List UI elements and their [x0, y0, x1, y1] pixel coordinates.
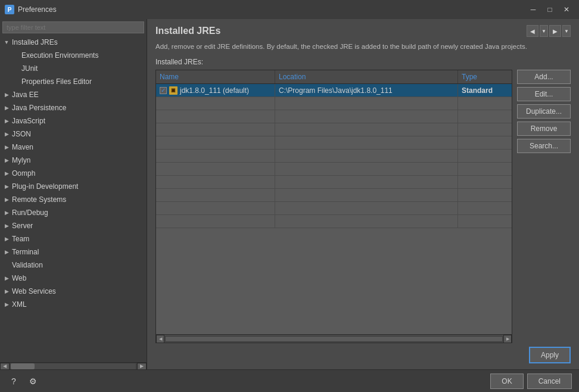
tree-item-label: Java Persistence — [12, 104, 66, 112]
cell-name — [156, 189, 275, 201]
expand-icon — [2, 261, 11, 269]
cancel-button[interactable]: Cancel — [527, 374, 572, 389]
search-button[interactable]: Search... — [517, 139, 571, 153]
table-row — [156, 110, 512, 123]
filter-box — [0, 19, 147, 36]
column-header-name: Name — [156, 70, 275, 83]
tree-item-label: Plug-in Development — [12, 182, 78, 191]
tree-item-label: Remote Systems — [12, 195, 66, 204]
cell-type: Standard — [458, 84, 512, 97]
cell-name — [156, 176, 275, 188]
scroll-track — [11, 363, 136, 369]
tree-item-json[interactable]: ▶ JSON — [0, 127, 147, 141]
tree-item-terminal[interactable]: ▶ Terminal — [0, 245, 147, 259]
scroll-left-btn[interactable]: ◀ — [156, 335, 164, 343]
table-row — [156, 123, 512, 136]
expand-icon: ▼ — [2, 38, 11, 46]
tree-item-label: Run/Debug — [12, 209, 48, 217]
tree-item-plugin-development[interactable]: ▶ Plug-in Development — [0, 180, 147, 193]
tree-item-label: Oomph — [12, 169, 35, 178]
table-row — [156, 189, 512, 202]
description-text: Add, remove or edit JRE definitions. By … — [155, 42, 571, 52]
remove-button[interactable]: Remove — [517, 122, 571, 136]
panel-header: Installed JREs ◀ ▼ ▶ ▼ — [155, 25, 571, 37]
tree-item-team[interactable]: ▶ Team — [0, 232, 147, 245]
edit-button[interactable]: Edit... — [517, 87, 571, 101]
tree-item-mylyn[interactable]: ▶ Mylyn — [0, 154, 147, 167]
forward-button[interactable]: ▶ — [549, 25, 561, 37]
back-dropdown[interactable]: ▼ — [540, 25, 548, 37]
expand-icon: ▶ — [2, 248, 11, 256]
close-button[interactable]: ✕ — [559, 3, 574, 16]
cell-type — [458, 163, 512, 175]
tree-item-properties-files-editor[interactable]: Properties Files Editor — [0, 75, 147, 88]
table-body: ▣ jdk1.8.0_111 (default) C:\Program File… — [156, 84, 512, 334]
cell-type — [458, 176, 512, 188]
add-button[interactable]: Add... — [517, 70, 571, 84]
cell-type — [458, 215, 512, 228]
tree-area: ▼ Installed JREs Execution Environments … — [0, 36, 147, 362]
cell-type — [458, 202, 512, 214]
cell-name — [156, 136, 275, 149]
scroll-track — [165, 336, 503, 342]
expand-icon — [12, 64, 20, 73]
column-header-location: Location — [275, 70, 458, 83]
minimize-button[interactable]: ─ — [525, 3, 541, 16]
tree-item-junit[interactable]: JUnit — [0, 62, 147, 75]
cell-type — [458, 136, 512, 149]
back-button[interactable]: ◀ — [527, 25, 538, 37]
tree-item-label: Web — [12, 274, 26, 282]
scroll-right-btn[interactable]: ▶ — [503, 335, 512, 343]
apply-button[interactable]: Apply — [529, 347, 571, 363]
scroll-left-button[interactable]: ◀ — [0, 363, 10, 370]
tree-item-label: Maven — [12, 143, 33, 151]
tree-item-label: Execution Environments — [21, 51, 98, 60]
tree-horizontal-scrollbar[interactable]: ◀ ▶ — [0, 362, 147, 369]
cell-type — [458, 189, 512, 201]
tree-item-java-persistence[interactable]: ▶ Java Persistence — [0, 101, 147, 114]
tree-item-oomph[interactable]: ▶ Oomph — [0, 167, 147, 180]
cell-location — [275, 202, 458, 214]
table-horizontal-scrollbar[interactable]: ◀ ▶ — [156, 334, 512, 343]
title-bar: P Preferences ─ □ ✕ — [0, 0, 579, 19]
duplicate-button[interactable]: Duplicate... — [517, 104, 571, 119]
expand-icon: ▶ — [2, 91, 11, 99]
filter-input[interactable] — [2, 21, 144, 33]
expand-icon — [12, 77, 20, 86]
tree-item-web[interactable]: ▶ Web — [0, 272, 147, 285]
jre-name-label: jdk1.8.0_111 (default) — [180, 86, 249, 95]
tree-item-installed-jres[interactable]: ▼ Installed JREs — [0, 36, 147, 49]
tree-item-server[interactable]: ▶ Server — [0, 219, 147, 232]
tree-item-validation[interactable]: Validation — [0, 259, 147, 272]
maximize-button[interactable]: □ — [542, 3, 558, 16]
table-row — [156, 215, 512, 228]
forward-dropdown[interactable]: ▼ — [562, 25, 571, 37]
tree-item-remote-systems[interactable]: ▶ Remote Systems — [0, 193, 147, 206]
tree-item-xml[interactable]: ▶ XML — [0, 298, 147, 311]
row-checkbox[interactable] — [160, 87, 167, 94]
table-row — [156, 202, 512, 215]
tree-item-maven[interactable]: ▶ Maven — [0, 141, 147, 154]
tree-item-execution-environments[interactable]: Execution Environments — [0, 49, 147, 62]
cell-name — [156, 123, 275, 136]
tree-item-run-debug[interactable]: ▶ Run/Debug — [0, 206, 147, 219]
cell-location — [275, 176, 458, 188]
table-row[interactable]: ▣ jdk1.8.0_111 (default) C:\Program File… — [156, 84, 512, 97]
expand-icon: ▶ — [2, 156, 11, 164]
window-controls: ─ □ ✕ — [525, 3, 574, 16]
tree-item-javascript[interactable]: ▶ JavaScript — [0, 114, 147, 127]
cell-type — [458, 97, 512, 110]
tree-item-label: Terminal — [12, 248, 39, 256]
footer-right: OK Cancel — [490, 374, 572, 389]
ok-button[interactable]: OK — [490, 374, 523, 389]
help-icon[interactable]: ? — [7, 375, 20, 388]
tree-item-web-services[interactable]: ▶ Web Services — [0, 285, 147, 298]
expand-icon: ▶ — [2, 169, 11, 178]
scroll-right-button[interactable]: ▶ — [137, 363, 147, 370]
tree-item-label: JSON — [12, 130, 31, 138]
tree-item-java-ee[interactable]: ▶ Java EE — [0, 88, 147, 101]
nav-buttons: ◀ ▼ ▶ ▼ — [527, 25, 571, 37]
cell-name — [156, 202, 275, 214]
tree-item-label: XML — [12, 300, 27, 309]
settings-icon[interactable]: ⚙ — [26, 375, 39, 388]
